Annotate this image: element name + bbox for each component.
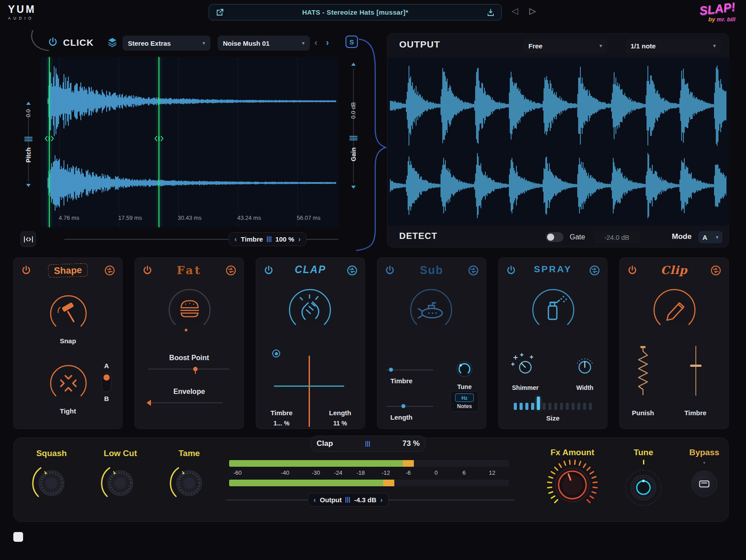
next-sample-button[interactable]: › — [326, 37, 329, 48]
size-bar[interactable] — [543, 403, 546, 410]
clip-power-button[interactable] — [627, 265, 638, 276]
drag-bars-icon[interactable] — [267, 236, 271, 242]
size-bar[interactable] — [560, 403, 563, 410]
lowcut-knob[interactable] — [99, 462, 142, 504]
tame-knob[interactable] — [168, 462, 210, 504]
snap-knob[interactable] — [47, 292, 90, 335]
increment-icon[interactable]: › — [381, 496, 383, 504]
clap-mode-radio[interactable] — [272, 350, 280, 357]
marker-handle-icon[interactable] — [44, 135, 55, 142]
sync-select[interactable]: Free ▾ — [523, 38, 607, 53]
size-bar[interactable] — [577, 403, 580, 410]
pitch-handle[interactable] — [24, 137, 32, 142]
preset-bar[interactable]: HATS - Stereoize Hats [mussar]* — [209, 4, 502, 20]
clap-send-fader[interactable]: Clap 73 % — [311, 436, 425, 452]
spray-power-button[interactable] — [505, 265, 517, 276]
fx-amount-knob[interactable] — [545, 457, 600, 512]
sub-tune-knob[interactable] — [451, 356, 478, 382]
click-waveform-display[interactable]: 4.76 ms17.59 ms30.43 ms43.24 ms56.07 ms — [41, 57, 338, 227]
clap-length-axis[interactable] — [309, 356, 310, 427]
gain-slider[interactable] — [353, 68, 354, 183]
decrement-icon[interactable]: ‹ — [234, 236, 237, 243]
clip-timbre-slider[interactable] — [695, 346, 696, 396]
tight-knob[interactable] — [47, 362, 90, 405]
size-bar[interactable] — [589, 403, 592, 410]
size-bar[interactable] — [525, 403, 528, 410]
gate-threshold-field[interactable]: -24.0 dB — [594, 231, 640, 243]
punish-slider[interactable] — [634, 345, 652, 398]
mode-select[interactable]: A ▾ — [698, 231, 722, 243]
pitch-slider[interactable] — [28, 107, 29, 182]
tune-knob[interactable] — [621, 465, 666, 509]
fat-ab-button[interactable] — [225, 265, 237, 276]
corner-button[interactable] — [13, 532, 23, 542]
output-fader[interactable]: ‹ Output -4.3 dB › — [308, 493, 389, 507]
spray-ab-button[interactable] — [589, 265, 600, 276]
output-waveform-display[interactable] — [388, 58, 729, 226]
pitch-up-arrow[interactable] — [26, 102, 31, 105]
squash-knob[interactable] — [30, 462, 73, 504]
shape-power-button[interactable] — [20, 265, 32, 276]
size-bar[interactable] — [566, 403, 569, 410]
wave-end-marker[interactable] — [159, 57, 159, 227]
shimmer-knob[interactable] — [511, 352, 538, 379]
sub-knob[interactable] — [407, 286, 456, 334]
sub-timbre-slider[interactable] — [386, 369, 433, 370]
clip-ab-button[interactable] — [710, 265, 722, 276]
clap-power-button[interactable] — [263, 265, 274, 276]
size-bar[interactable] — [571, 403, 575, 410]
sub-length-handle[interactable] — [401, 404, 405, 408]
size-bar[interactable] — [554, 403, 557, 410]
size-control[interactable] — [514, 396, 592, 410]
layers-icon[interactable] — [107, 36, 118, 48]
share-icon[interactable] — [215, 8, 224, 17]
click-power-button[interactable] — [47, 36, 59, 48]
size-bar[interactable] — [583, 403, 586, 410]
size-bar[interactable] — [548, 403, 552, 410]
clip-knob[interactable] — [650, 286, 699, 334]
decrement-icon[interactable]: ‹ — [313, 496, 316, 504]
clap-knob[interactable] — [286, 286, 334, 334]
spray-knob[interactable] — [529, 286, 578, 334]
fat-power-button[interactable] — [142, 265, 153, 276]
increment-icon[interactable]: › — [298, 236, 301, 243]
layer-select[interactable]: Stereo Extras ▾ — [123, 36, 210, 51]
width-knob[interactable] — [571, 352, 598, 379]
notes-option[interactable]: Notes — [457, 403, 472, 409]
prev-preset-button[interactable]: ◁ — [512, 7, 518, 15]
sub-unit-switch[interactable]: Hz Notes — [450, 391, 479, 412]
shape-ab-button[interactable] — [104, 265, 115, 276]
drag-bars-icon[interactable] — [345, 497, 350, 503]
preset-name[interactable]: HATS - Stereoize Hats [mussar]* — [302, 8, 408, 16]
size-bar[interactable] — [514, 403, 517, 410]
sub-timbre-handle[interactable] — [389, 368, 393, 372]
clap-ab-button[interactable] — [346, 265, 358, 276]
next-preset-button[interactable]: ▷ — [529, 7, 536, 15]
expand-button[interactable] — [20, 231, 36, 247]
hz-option[interactable]: Hz — [455, 393, 474, 402]
pitch-down-arrow[interactable] — [26, 184, 31, 187]
size-bar[interactable] — [520, 403, 523, 410]
sub-power-button[interactable] — [384, 265, 396, 276]
envelope-slider[interactable] — [148, 402, 223, 403]
prev-sample-button[interactable]: ‹ — [314, 37, 317, 48]
marker-handle-icon[interactable] — [154, 135, 164, 142]
drag-bars-icon[interactable] — [365, 441, 370, 447]
sub-ab-button[interactable] — [468, 265, 479, 276]
bypass-button[interactable] — [691, 471, 717, 496]
boost-point-slider[interactable] — [148, 369, 229, 369]
sample-select[interactable]: Noise Mush 01 ▾ — [218, 36, 310, 51]
size-bar[interactable] — [531, 403, 534, 410]
click-timbre-fader[interactable]: ‹ Timbre 100 % › — [229, 232, 306, 246]
wave-start-marker[interactable] — [49, 57, 50, 227]
envelope-handle[interactable] — [147, 400, 151, 406]
fat-knob[interactable] — [165, 286, 214, 334]
gate-toggle[interactable] — [546, 232, 563, 242]
clip-timbre-handle[interactable] — [690, 365, 702, 367]
clap-timbre-axis[interactable] — [274, 385, 344, 387]
note-select[interactable]: 1/1 note ▾ — [625, 38, 721, 53]
sub-length-slider[interactable] — [386, 406, 433, 407]
size-bar[interactable] — [537, 397, 540, 410]
save-preset-icon[interactable] — [486, 8, 495, 17]
ab-toggle[interactable] — [102, 373, 111, 392]
